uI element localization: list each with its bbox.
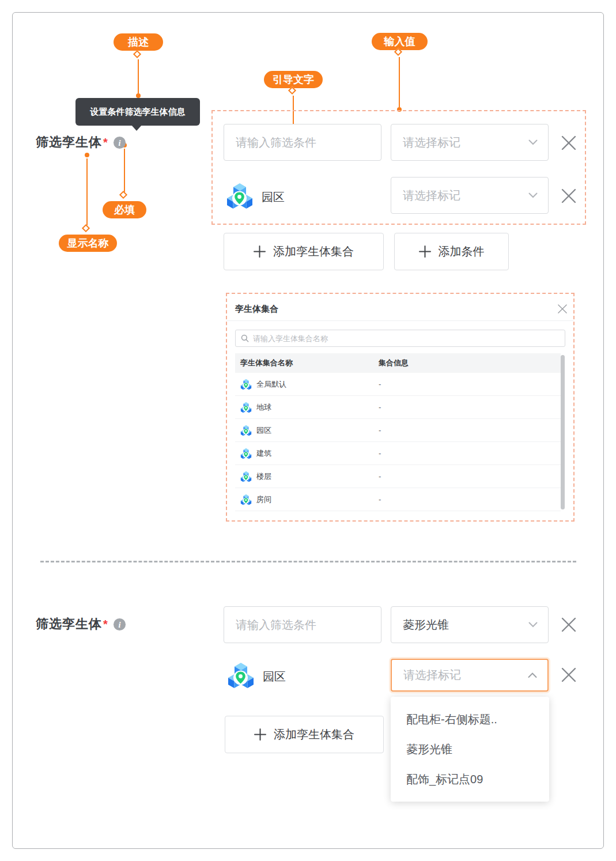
required-asterisk: *: [103, 618, 108, 631]
twin-set-name: 房间: [256, 494, 271, 505]
annotation-pill-describe: 描述: [114, 33, 163, 51]
twin-set-search-input[interactable]: [253, 334, 560, 343]
table-row[interactable]: 建筑 -: [235, 442, 561, 465]
modal-scrollbar[interactable]: [561, 355, 565, 509]
dropdown-option[interactable]: 菱形光锥: [391, 734, 549, 764]
tag-select-selected[interactable]: 菱形光锥: [391, 606, 549, 643]
tag-select-row2[interactable]: 请选择标记: [391, 177, 549, 214]
add-twin-set-button[interactable]: 添加孪生体集合: [225, 716, 384, 753]
tag-dropdown-panel: 配电柜-右侧标题.. 菱形光锥 配饰_标记点09: [391, 697, 549, 802]
select-placeholder: 请选择标记: [403, 667, 461, 683]
plus-icon: [419, 246, 431, 258]
field-label-bottom: 筛选孪生体 * i: [36, 616, 126, 632]
dropdown-option[interactable]: 配饰_标记点09: [391, 764, 549, 794]
annotation-pill-display-name: 显示名称: [59, 235, 117, 252]
field-label-top: 筛选孪生体 * i: [36, 134, 126, 150]
table-header: 孪生体集合名称 集合信息: [235, 353, 561, 373]
annotation-pill-guide-text: 引导文字: [264, 71, 323, 88]
twin-set-icon: [240, 494, 252, 505]
twin-set-search[interactable]: [235, 330, 565, 347]
search-icon: [241, 334, 249, 342]
twin-set-icon: [240, 471, 252, 482]
connector-line: [86, 158, 88, 225]
twin-set-info: -: [379, 426, 381, 435]
field-label-text: 筛选孪生体: [36, 615, 102, 633]
table-row[interactable]: 地球 -: [235, 396, 561, 419]
twin-set-icon: [240, 379, 252, 390]
connector-dot: [85, 153, 89, 157]
select-value: 菱形光锥: [403, 617, 449, 633]
connector-line: [124, 149, 125, 192]
twin-set-icon: [227, 662, 255, 689]
twin-set-label: 园区: [262, 190, 285, 205]
connector-dot: [136, 93, 141, 98]
required-asterisk: *: [103, 136, 108, 149]
select-placeholder: 请选择标记: [403, 188, 460, 203]
add-twin-set-button[interactable]: 添加孪生体集合: [224, 233, 384, 270]
annotation-pill-required: 必填: [103, 201, 146, 218]
annotation-pill-input-value: 输入值: [372, 33, 428, 50]
twin-set-info: -: [379, 472, 381, 481]
plus-icon: [254, 728, 266, 741]
description-tooltip: 设置条件筛选孪生体信息: [75, 98, 200, 126]
filter-condition-input[interactable]: [224, 124, 381, 161]
twin-set-icon: [226, 182, 254, 210]
svg-text:i: i: [118, 620, 120, 629]
info-icon[interactable]: i: [113, 136, 126, 149]
remove-row-button[interactable]: [561, 188, 577, 204]
connector-line: [138, 59, 139, 93]
twin-set-name: 建筑: [256, 448, 271, 459]
section-divider: [40, 561, 576, 562]
twin-set-info: -: [379, 449, 381, 458]
twin-set-name: 园区: [256, 425, 271, 436]
twin-set-info: -: [379, 495, 381, 504]
remove-row-button[interactable]: [561, 617, 577, 633]
column-header-info: 集合信息: [379, 358, 409, 368]
table-row[interactable]: 房间 -: [235, 488, 561, 511]
modal-title: 孪生体集合: [235, 304, 278, 315]
twin-set-name: 全局默认: [256, 379, 286, 390]
connector-line: [399, 57, 400, 107]
filter-condition-input[interactable]: [224, 606, 381, 643]
modal-close-icon[interactable]: [555, 302, 569, 316]
add-condition-button[interactable]: 添加条件: [394, 233, 509, 270]
select-placeholder: 请选择标记: [403, 135, 460, 150]
svg-text:i: i: [118, 138, 120, 147]
field-label-text: 筛选孪生体: [36, 134, 102, 151]
chevron-down-icon: [528, 139, 538, 145]
tag-select-row1[interactable]: 请选择标记: [391, 124, 549, 161]
twin-set-table: 全局默认 - 地球 - 园区 - 建筑 - 楼层: [235, 373, 561, 511]
remove-row-button[interactable]: [561, 667, 577, 683]
table-row[interactable]: 全局默认 -: [235, 373, 561, 396]
button-label: 添加孪生体集合: [273, 244, 354, 259]
column-header-name: 孪生体集合名称: [235, 358, 293, 368]
twin-set-info: -: [379, 403, 381, 411]
twin-set-name: 楼层: [256, 471, 271, 482]
twin-set-name: 地球: [256, 402, 271, 413]
plus-icon: [254, 246, 266, 258]
chevron-down-icon: [528, 192, 538, 198]
modal-divider: [227, 320, 573, 321]
table-row[interactable]: 楼层 -: [235, 465, 561, 488]
twin-set-label: 园区: [263, 669, 286, 685]
tag-select-open[interactable]: 请选择标记: [391, 659, 549, 692]
info-icon[interactable]: i: [113, 618, 126, 631]
screenshot-root: 描述 输入值 引导文字 设置条件筛选孪生体信息 必填 显示名称 筛选孪生体 * …: [0, 0, 616, 861]
dropdown-option[interactable]: 配电柜-右侧标题..: [391, 704, 549, 734]
button-label: 添加条件: [439, 244, 485, 259]
twin-set-info: -: [379, 380, 381, 388]
table-row[interactable]: 园区 -: [235, 419, 561, 442]
remove-row-button[interactable]: [561, 135, 577, 151]
chevron-up-icon: [528, 673, 537, 678]
chevron-down-icon: [528, 622, 538, 628]
twin-set-icon: [240, 448, 252, 459]
button-label: 添加孪生体集合: [274, 727, 354, 742]
twin-set-icon: [240, 402, 252, 413]
twin-set-icon: [240, 425, 252, 436]
